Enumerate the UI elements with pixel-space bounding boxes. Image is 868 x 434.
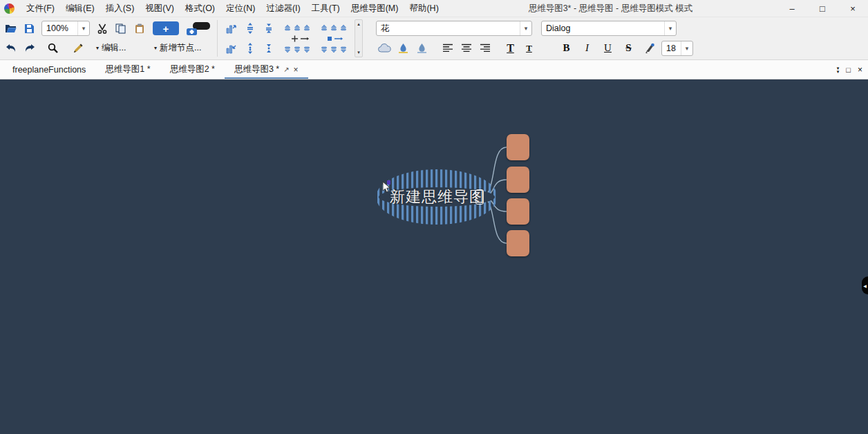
smaller-font-button[interactable]: T — [520, 39, 538, 57]
dropdown-arrow-icon[interactable]: ▾ — [77, 21, 89, 35]
file-group — [2, 18, 38, 59]
align-right-icon — [480, 44, 490, 53]
paste-button[interactable] — [131, 20, 148, 37]
close-tab-icon[interactable]: × — [294, 65, 299, 75]
font-style-value: Dialog — [546, 23, 570, 33]
minimize-button[interactable]: – — [777, 0, 807, 17]
expand-gap-icon — [246, 23, 254, 34]
tab-mindmap2[interactable]: 思维导图2 * — [160, 60, 225, 79]
chart-arrow-down-icon — [226, 43, 237, 54]
grow-vertical-gap-alt-button[interactable] — [241, 39, 258, 57]
mouse-cursor-icon — [381, 180, 393, 194]
node-align-grid-button[interactable] — [317, 19, 350, 58]
menu-tools[interactable]: 工具(T) — [306, 0, 346, 17]
grow-vertical-gap-button[interactable] — [241, 20, 258, 37]
node-align-grid-icon — [319, 23, 348, 55]
menu-filter[interactable]: 过滤器(I) — [261, 0, 305, 17]
zoom-group: 100% ▾ — [41, 18, 90, 59]
menu-insert[interactable]: 插入(S) — [100, 0, 140, 17]
italic-button[interactable]: I — [578, 39, 596, 57]
dropdown-arrow-icon[interactable]: ▾ — [520, 21, 531, 35]
mindmap-canvas[interactable]: 新建思维导图 ◀ — [0, 79, 868, 434]
undo-button[interactable] — [2, 39, 19, 57]
copy-button[interactable] — [112, 20, 129, 37]
larger-font-button[interactable]: T — [502, 39, 519, 57]
close-button[interactable]: × — [838, 0, 868, 17]
zoom-combobox[interactable]: 100% ▾ — [41, 21, 90, 36]
font-size-combobox[interactable]: 18 ▾ — [661, 41, 693, 56]
shrink-vertical-gap-alt-button[interactable] — [260, 39, 277, 57]
menu-help[interactable]: 帮助(H) — [404, 0, 444, 17]
layout-up-button[interactable] — [223, 20, 240, 37]
float-panel-icon[interactable]: □ — [846, 66, 851, 74]
cloud-button[interactable] — [376, 39, 393, 57]
close-panel-icon[interactable]: × — [858, 65, 862, 75]
menubar: 文件(F) 编辑(E) 插入(S) 视图(V) 格式(O) 定位(N) 过滤器(… — [21, 0, 444, 17]
child-node[interactable] — [507, 198, 529, 225]
node-position-grid-button[interactable] — [281, 19, 314, 58]
map-tabbar: freeplaneFunctions 思维导图1 * 思维导图2 * 思维导图3… — [0, 60, 868, 79]
add-child-node-button[interactable]: + — [151, 20, 180, 37]
dropdown-arrow-icon: ▾ — [154, 45, 157, 51]
dropdown-arrow-icon[interactable]: ▾ — [664, 21, 676, 35]
align-left-button[interactable] — [439, 39, 456, 57]
dropdown-arrow-icon[interactable]: ▾ — [681, 41, 692, 55]
strikethrough-icon: S — [625, 43, 631, 53]
panel-collapse-handle[interactable]: ◀ — [862, 276, 868, 294]
edit-dropdown[interactable]: ▾ 编辑... — [93, 41, 129, 55]
underline-button[interactable]: U — [599, 39, 616, 57]
bold-button[interactable]: B — [558, 39, 575, 57]
scroll-down-icon[interactable]: ▾ — [357, 50, 360, 55]
add-node-dropdown[interactable]: ▾ 新增节点... — [151, 41, 204, 55]
detach-tab-icon[interactable]: ↗ — [283, 66, 289, 73]
child-node[interactable] — [507, 134, 529, 160]
root-node-label: 新建思维导图 — [390, 187, 485, 207]
toolbar-scroller[interactable]: ▴ ▾ — [355, 19, 363, 57]
child-node[interactable] — [507, 167, 529, 193]
root-node[interactable]: 新建思维导图 — [390, 187, 484, 207]
tab-freeplanefunctions[interactable]: freeplaneFunctions — [3, 60, 95, 79]
toolbar-separator — [217, 20, 218, 57]
menu-file[interactable]: 文件(F) — [21, 0, 60, 17]
menu-view[interactable]: 视图(V) — [140, 0, 180, 17]
node-color-button[interactable] — [413, 39, 431, 57]
redo-button[interactable] — [21, 39, 38, 57]
tab-mindmap3[interactable]: 思维导图3 * ↗ × — [225, 60, 308, 79]
format-painter-button[interactable] — [70, 39, 87, 57]
font-style-combobox[interactable]: Dialog ▾ — [541, 21, 677, 36]
font-family-combobox[interactable]: 花 ▾ — [376, 21, 532, 36]
menu-mindmap[interactable]: 思维导图(M) — [346, 0, 404, 17]
font-style-group: Dialog ▾ B I U S 18 ▾ — [541, 18, 693, 59]
tab-mindmap1[interactable]: 思维导图1 * — [95, 60, 160, 79]
align-center-icon — [462, 44, 471, 53]
maximize-button[interactable]: □ — [807, 0, 838, 17]
child-node[interactable] — [507, 230, 529, 256]
align-center-button[interactable] — [457, 39, 475, 57]
layout-down-button[interactable] — [223, 39, 240, 57]
save-button[interactable] — [21, 20, 38, 37]
underline-icon: U — [604, 43, 612, 53]
strikethrough-button[interactable]: S — [620, 39, 637, 57]
open-file-button[interactable] — [2, 20, 19, 37]
edit-caret — [475, 189, 484, 205]
freeplane-logo-icon — [4, 3, 15, 14]
add-sibling-node-button[interactable] — [185, 20, 212, 37]
menu-format[interactable]: 格式(O) — [180, 0, 220, 17]
font-color-button[interactable] — [641, 39, 658, 57]
pencil-icon — [73, 43, 84, 53]
menu-navigate[interactable]: 定位(N) — [220, 0, 261, 17]
node-background-color-button[interactable] — [395, 39, 412, 57]
expand-gap-icon — [246, 43, 254, 54]
align-right-button[interactable] — [476, 39, 493, 57]
collapse-toolbars-icon[interactable]: ▾ ▾ — [837, 66, 840, 73]
tab-label: 思维导图1 * — [105, 64, 150, 75]
search-button[interactable] — [44, 39, 62, 57]
cut-button[interactable] — [93, 20, 111, 37]
menu-edit[interactable]: 编辑(E) — [60, 0, 100, 17]
letter-t-icon: T — [507, 42, 514, 55]
shrink-vertical-gap-button[interactable] — [260, 20, 277, 37]
undo-arrow-icon — [6, 44, 17, 53]
scroll-up-icon[interactable]: ▴ — [357, 21, 360, 27]
node-position-grid-icon — [283, 23, 312, 55]
add-node-dropdown-label: 新增节点... — [160, 42, 201, 54]
